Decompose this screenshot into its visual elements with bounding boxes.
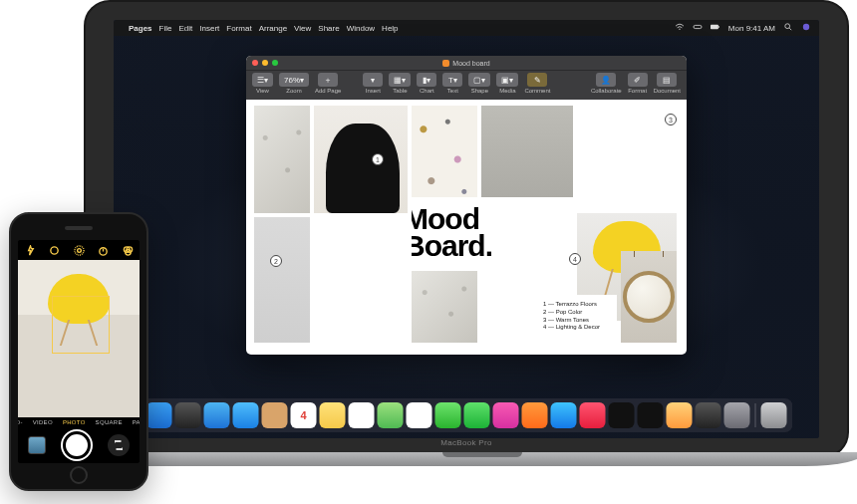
macos-desktop: Pages File Edit Insert Format Arrange Vi…	[114, 20, 819, 438]
camera-flip-button[interactable]	[108, 434, 130, 456]
iphone-home-button[interactable]	[70, 466, 88, 484]
tool-document[interactable]: ▤Document	[654, 73, 681, 94]
dock-photos-icon[interactable]	[407, 402, 432, 428]
tile-marble-floor[interactable]	[254, 217, 310, 343]
tool-zoom[interactable]: 76%▾Zoom	[279, 73, 309, 94]
autofocus-indicator	[52, 296, 110, 354]
menubar-clock[interactable]: Mon 9:41 AM	[728, 24, 775, 33]
svg-rect-2	[718, 26, 719, 27]
shutter-button[interactable]	[63, 431, 91, 459]
document-heading[interactable]: MoodBoard.	[412, 197, 573, 267]
tool-text[interactable]: T▾Text	[442, 73, 462, 94]
timer-icon[interactable]	[98, 244, 110, 256]
battery-status-icon[interactable]	[711, 23, 720, 33]
svg-rect-0	[694, 25, 702, 28]
dock-maps-icon[interactable]	[378, 402, 404, 428]
tool-chart[interactable]: ▮▾Chart	[417, 73, 436, 94]
camera-top-bar	[18, 240, 140, 260]
dock-notes-icon[interactable]	[320, 402, 346, 428]
dock-calendar-icon[interactable]: 4	[291, 402, 317, 428]
svg-point-6	[51, 246, 58, 253]
tile-round-mirror[interactable]	[621, 251, 677, 343]
live-photo-icon[interactable]	[73, 244, 85, 256]
menu-window[interactable]: Window	[347, 24, 375, 33]
dock-itunes-icon[interactable]	[493, 402, 519, 428]
document-title: Mood board	[246, 60, 687, 67]
macbook-notch	[442, 452, 522, 457]
pin-3[interactable]: 3	[665, 114, 677, 126]
tool-media[interactable]: ▣▾Media	[496, 73, 518, 94]
svg-point-7	[77, 248, 81, 252]
legend-item-4: 4 — Lighting & Decor	[543, 324, 613, 332]
control-center-icon[interactable]	[693, 23, 703, 33]
dock: 4	[141, 398, 793, 432]
menu-arrange[interactable]: Arrange	[259, 24, 287, 33]
dock-voicememos-icon[interactable]	[638, 402, 664, 428]
tool-add-page[interactable]: ＋Add Page	[315, 73, 341, 94]
menu-insert[interactable]: Insert	[199, 24, 219, 33]
tool-collaborate[interactable]: 👤Collaborate	[591, 73, 622, 94]
camera-viewfinder[interactable]	[18, 260, 140, 417]
pin-2[interactable]: 2	[270, 255, 282, 267]
dock-launchpad-icon[interactable]	[175, 402, 201, 428]
svg-line-4	[789, 28, 791, 30]
tile-stone[interactable]	[412, 271, 477, 343]
dock-home-icon[interactable]	[667, 402, 693, 428]
menubar-app-name[interactable]: Pages	[129, 24, 152, 33]
legend-box: 1 — Terrazzo Floors 2 — Pop Color 3 — Wa…	[539, 295, 617, 343]
menu-share[interactable]: Share	[318, 24, 339, 33]
dock-contacts-icon[interactable]	[262, 402, 288, 428]
svg-point-3	[785, 24, 790, 29]
iphone-screen: SLO-MO VIDEO PHOTO SQUARE PANO	[18, 240, 140, 463]
dock-news-icon[interactable]	[580, 402, 606, 428]
last-photo-thumbnail[interactable]	[28, 436, 46, 454]
tool-insert[interactable]: ▾Insert	[363, 73, 383, 94]
dock-trash-icon[interactable]	[761, 402, 787, 428]
wifi-status-icon[interactable]	[675, 23, 685, 33]
dock-appstore-icon[interactable]	[551, 402, 577, 428]
siri-icon[interactable]	[801, 23, 811, 33]
menubar: Pages File Edit Insert Format Arrange Vi…	[114, 20, 819, 36]
spotlight-icon[interactable]	[783, 23, 793, 33]
macbook-device: MacBook Pro Pages File Edit Insert Forma…	[84, 0, 849, 498]
legend-item-1: 1 — Terrazzo Floors	[543, 301, 613, 309]
dock-finder-icon[interactable]	[146, 402, 172, 428]
tool-format[interactable]: ✐Format	[628, 73, 648, 94]
pin-1[interactable]: 1	[372, 153, 384, 165]
tile-black-chair[interactable]	[314, 106, 408, 213]
menu-view[interactable]: View	[294, 24, 311, 33]
dock-stocks-icon[interactable]	[609, 402, 635, 428]
filters-icon[interactable]	[122, 244, 134, 256]
tool-shape[interactable]: ▢▾Shape	[468, 73, 490, 94]
svg-rect-1	[711, 25, 718, 29]
svg-point-8	[74, 245, 83, 254]
dock-reminders-icon[interactable]	[349, 402, 375, 428]
menu-edit[interactable]: Edit	[178, 24, 192, 33]
menu-file[interactable]: File	[159, 24, 172, 33]
pin-4[interactable]: 4	[569, 253, 581, 265]
tool-comment[interactable]: ✎Comment	[524, 73, 550, 94]
dock-books-icon[interactable]	[522, 402, 548, 428]
menu-format[interactable]: Format	[226, 24, 251, 33]
document-canvas[interactable]: MoodBoard. 1 — Terrazzo Floors 2 — Pop C…	[254, 106, 679, 347]
dock-systemprefs-icon[interactable]	[724, 402, 750, 428]
dock-safari-icon[interactable]	[204, 402, 230, 428]
iphone-speaker	[65, 226, 93, 230]
tool-table[interactable]: ▦▾Table	[389, 73, 411, 94]
pages-window: Mood board ☰▾View 76%▾Zoom ＋Add Page ▾In…	[246, 56, 687, 355]
dock-mail-icon[interactable]	[233, 402, 259, 428]
dock-messages-icon[interactable]	[435, 402, 461, 428]
macbook-screen: Pages File Edit Insert Format Arrange Vi…	[114, 20, 819, 438]
flash-toggle-icon[interactable]	[24, 244, 36, 256]
svg-point-5	[803, 24, 809, 30]
hdr-toggle-icon[interactable]	[49, 244, 61, 256]
legend-item-2: 2 — Pop Color	[543, 309, 613, 317]
tool-view[interactable]: ☰▾View	[252, 73, 273, 94]
pages-toolbar: ☰▾View 76%▾Zoom ＋Add Page ▾Insert ▦▾Tabl…	[246, 70, 687, 100]
camera-bottom-bar: SLO-MO VIDEO PHOTO SQUARE PANO	[18, 417, 140, 463]
dock-facetime-icon[interactable]	[464, 402, 490, 428]
tile-granite[interactable]	[254, 106, 310, 213]
window-titlebar[interactable]: Mood board	[246, 56, 687, 70]
dock-siri-icon[interactable]	[696, 402, 721, 428]
menu-help[interactable]: Help	[382, 24, 398, 33]
